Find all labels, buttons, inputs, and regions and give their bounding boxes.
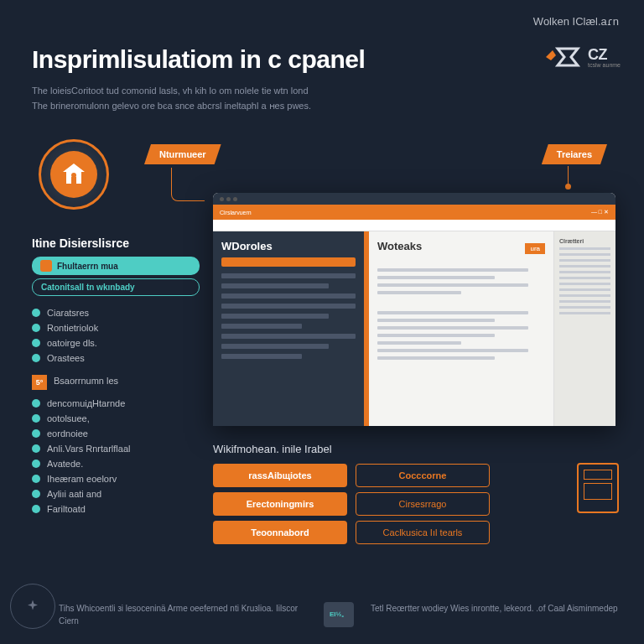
cta-button[interactable]: Erectoningmirs [213,492,347,516]
device-icon [577,463,619,513]
list-item: Orastees [32,353,200,363]
list-item: Ayliıi aati and [32,489,200,499]
footer-badge: EI½。 [324,602,354,627]
watermark-text: Wolken IClæl.aɾn [533,15,619,28]
list-item: ootolsuee, [32,413,200,423]
list-item: Ciaratsres [32,308,200,318]
list-item: Iheæram eoelorv [32,474,200,484]
section-title: Wikifmohean. inile Irabel [213,443,619,455]
list-item: dencomuiдHtarnde [32,398,200,408]
panel-title: WDoroles [221,240,356,252]
feature-pill[interactable]: Fhultaerrn mua [32,257,200,275]
bottom-cta-section: Wikifmohean. inile Irabel rassAibщiotes … [213,443,619,544]
list-header: Itine Disierslisrce [32,236,200,250]
cta-button[interactable]: Teoonnabord [213,521,347,544]
hero-icon-circle [39,139,109,210]
list-item: Fariltoatd [32,504,200,514]
footer-text-left: Tihs Whicoentli зi lesoceninä Arme oeefe… [59,602,307,627]
brand-logo: CZ tcslw aunme [541,44,621,70]
cta-button-outline[interactable]: Cirsesrrago [356,492,490,516]
page-subtitle: The loieisCoritoot tud comonid lasls, vh… [32,84,610,113]
footer-text-right: Tetl Reœrtter wodiey Wies inrontte, leke… [371,602,619,615]
feature-pill[interactable]: Catonitsall tn wkınbady [32,278,200,296]
panel-title: Woteaks [377,240,422,252]
list-item: eordnoiee [32,428,200,439]
list-item: oatoirge dls. [32,338,200,348]
panel-tag[interactable]: ura [525,243,545,254]
browser-panel-left: WDoroles [213,231,364,426]
list-item: Anli.Vars Rnrtarlflaal [32,444,200,454]
browser-mockup: Cirslarvuern— □ ✕ WDoroles Woteaks ura [213,193,615,426]
list-item: Rontietriolok [32,323,200,333]
connector-line [568,166,569,186]
browser-address-bar[interactable] [213,220,615,231]
page-title: Insprimlisulatiom in c cpanel [32,45,365,74]
ai-watermark-icon [10,584,55,629]
cta-button[interactable]: rassAibщiotes [213,464,347,487]
browser-sidebar: Clrætteri [553,231,615,426]
browser-titlebar [213,193,615,205]
house-icon [50,151,97,198]
connector-line [171,168,205,201]
tag-right[interactable]: Treiares [542,144,607,164]
list-item: Avatede. [32,459,200,469]
brand-icon [541,44,581,70]
browser-panel-right: Woteaks ura [369,231,553,426]
brand-subtitle: tcslw aunme [588,62,621,68]
tag-left[interactable]: Nturmueer [144,144,221,164]
brand-text: CZ [588,46,621,64]
cta-button-outline[interactable]: Cocccorne [356,464,490,487]
browser-header-bar: Cirslarvuern— □ ✕ [213,205,615,220]
footer: Tihs Whicoentli зi lesoceninä Arme oeefe… [59,602,619,627]
left-feature-list: Itine Disierslisrce Fhultaerrn mua Caton… [32,236,200,519]
svg-rect-1 [71,177,76,184]
cta-button-outline[interactable]: Caclkusica Iıl tearls [356,521,490,544]
numbered-badge: 5° [32,375,47,390]
